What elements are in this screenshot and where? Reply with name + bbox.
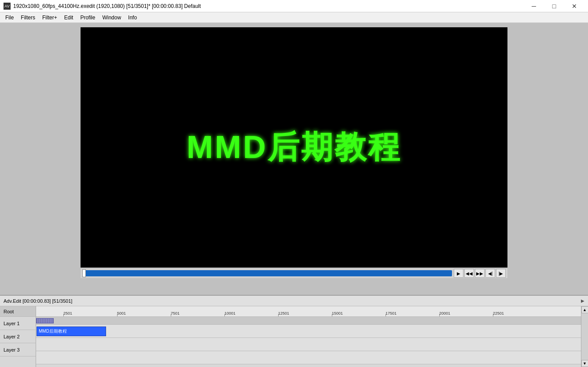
layer-labels: Root Layer 1 Layer 2 Layer 3 [0, 306, 36, 367]
close-button[interactable]: ✕ [564, 0, 584, 12]
menu-item-filters[interactable]: Filters [17, 12, 39, 22]
preview-canvas: MMD后期教程 [81, 27, 507, 268]
layer-1-timeline-row: MMD后期教程 [36, 325, 581, 338]
layer-3-timeline-row [36, 351, 581, 364]
timeline-header: Adv.Edit [00:00:00.83] [51/3501] ▶ [0, 296, 588, 306]
maximize-button[interactable]: □ [544, 0, 564, 12]
ruler-mark-10001: 10001 [224, 311, 235, 316]
preview-text: MMD后期教程 [187, 126, 401, 169]
timeline-section: Adv.Edit [00:00:00.83] [51/3501] ▶ Root … [0, 295, 588, 367]
title-text: 1920x1080_60fps_44100Hz.exedit (1920,108… [13, 3, 201, 9]
scrubber-area: ▶ ◀◀ ▶▶ ◀| |▶ [81, 268, 507, 278]
clip-label: MMD后期教程 [39, 328, 67, 334]
ruler-mark-2501: 2501 [63, 311, 72, 316]
timeline-content: 2501 5001 7501 10001 12501 15001 17501 2… [36, 306, 581, 367]
go-start-button[interactable]: ◀| [485, 269, 495, 278]
menu-item-file[interactable]: File [2, 12, 17, 22]
layer-label-2: Layer 2 [0, 330, 36, 343]
minimize-button[interactable]: ─ [524, 0, 544, 12]
app-icon: AV [4, 3, 11, 10]
menu-item-window[interactable]: Window [99, 12, 125, 22]
layer-2-timeline-row [36, 338, 581, 351]
menu-item-filter+[interactable]: Filter+ [39, 12, 61, 22]
main-content: MMD后期教程 ▶ ◀◀ ▶▶ ◀| |▶ [0, 23, 588, 295]
timeline-ruler: 2501 5001 7501 10001 12501 15001 17501 2… [36, 306, 581, 317]
play-button[interactable]: ▶ [454, 269, 463, 278]
ruler-mark-12501: 12501 [278, 311, 289, 316]
layer-label-1: Layer 1 [0, 317, 36, 330]
layer-label-root: Root [0, 306, 36, 317]
prev-frame-button[interactable]: ◀◀ [464, 269, 474, 278]
timeline-body: Root Layer 1 Layer 2 Layer 3 2501 5001 7… [0, 306, 588, 367]
title-bar: AV 1920x1080_60fps_44100Hz.exedit (1920,… [0, 0, 588, 12]
timeline-header-text: Adv.Edit [00:00:00.83] [51/3501] [4, 298, 72, 304]
ruler-mark-20001: 20001 [439, 311, 450, 316]
ruler-mark-17501: 17501 [386, 311, 397, 316]
preview-area: MMD后期教程 ▶ ◀◀ ▶▶ ◀| |▶ [0, 23, 588, 295]
ruler-mark-15001: 15001 [332, 311, 343, 316]
root-scroll-row[interactable] [36, 317, 581, 325]
ruler-mark-7501: 7501 [171, 311, 180, 316]
title-controls: ─ □ ✕ [524, 0, 584, 12]
playback-controls: ▶ ◀◀ ▶▶ ◀| |▶ [454, 269, 507, 278]
clip-mmd[interactable]: MMD后期教程 [37, 327, 106, 336]
ruler-mark-5001: 5001 [117, 311, 126, 316]
right-scrollbar: ▲ ▼ [581, 306, 588, 367]
timeline-scroll-indicator: ▶ [581, 298, 584, 303]
scroll-down-button[interactable]: ▼ [581, 360, 588, 367]
menu-item-profile[interactable]: Profile [77, 12, 99, 22]
scrubber-track[interactable] [82, 270, 452, 276]
scrubber-handle[interactable] [82, 269, 86, 277]
layer-label-3: Layer 3 [0, 343, 36, 356]
menu-bar: FileFiltersFilter+EditProfileWindowInfo [0, 12, 588, 23]
menu-item-info[interactable]: Info [125, 12, 140, 22]
go-end-button[interactable]: |▶ [496, 269, 506, 278]
ruler-mark-22501: 22501 [493, 311, 504, 316]
scroll-up-button[interactable]: ▲ [581, 306, 588, 313]
next-frame-button[interactable]: ▶▶ [475, 269, 485, 278]
menu-item-edit[interactable]: Edit [61, 12, 77, 22]
title-bar-left: AV 1920x1080_60fps_44100Hz.exedit (1920,… [4, 3, 201, 10]
